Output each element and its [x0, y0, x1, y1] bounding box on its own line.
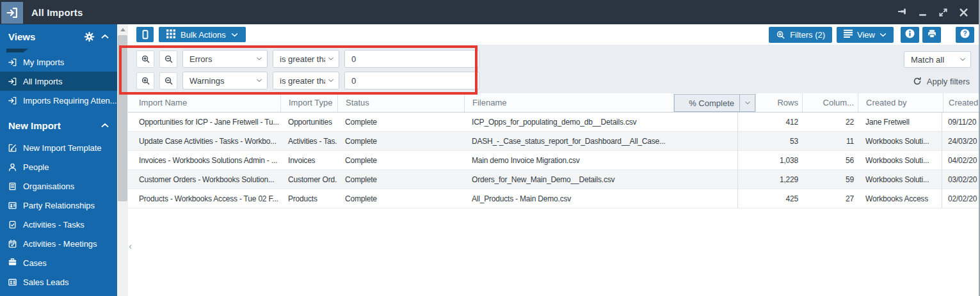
- sidebar-item-activities-meetings[interactable]: Activities - Meetings: [0, 234, 117, 253]
- cell-pct-complete: [673, 189, 755, 208]
- column-header-pct-complete[interactable]: % Complete: [673, 93, 755, 112]
- cell-import-type: Invoices: [280, 151, 337, 169]
- table-row[interactable]: Products - Workbooks Access - Tue 02 F..…: [128, 189, 980, 208]
- cell-filename: DASH_-_Case_status_report_for_Dashboard_…: [464, 132, 673, 150]
- table-row[interactable]: Invoices - Workbooks Solutions Admin - .…: [128, 151, 980, 170]
- cell-created-at: 09/11/20: [943, 113, 980, 131]
- sidebar-item-imports-requiring-attention[interactable]: Imports Requiring Atten...: [0, 91, 117, 110]
- column-header-rows[interactable]: Rows: [755, 93, 802, 112]
- close-icon[interactable]: [958, 6, 969, 18]
- cell-created-by: Jane Fretwell: [858, 113, 943, 131]
- scrollbar-thumb[interactable]: [118, 35, 127, 201]
- maximize-icon[interactable]: [937, 6, 949, 18]
- zoom-in-filter-button[interactable]: [136, 72, 154, 90]
- filter-field-select[interactable]: Warnings: [182, 72, 268, 90]
- filter-operator-value: is greater tha: [280, 76, 325, 86]
- filter-operator-select[interactable]: is greater tha: [273, 50, 339, 68]
- filter-row-errors: Errors is greater tha: [136, 50, 479, 68]
- column-menu-trigger[interactable]: [739, 95, 755, 111]
- filter-value-input[interactable]: [344, 72, 479, 90]
- sidebar-item-label: Imports Requiring Atten...: [23, 96, 117, 105]
- sidebar-item-label: New Import Template: [23, 143, 102, 153]
- chevron-down-icon: [256, 57, 262, 61]
- column-header-created-by[interactable]: Created by: [858, 93, 943, 112]
- panel-toggle-button[interactable]: [136, 27, 154, 42]
- print-button[interactable]: [922, 27, 941, 43]
- new-import-section-header[interactable]: New Import: [0, 113, 117, 138]
- briefcase-icon: [8, 257, 17, 269]
- bulk-actions-button[interactable]: Bulk Actions: [159, 27, 246, 42]
- sidebar-item-label: Party Relationships: [23, 201, 95, 210]
- sidebar-item-label: Organisations: [23, 182, 74, 191]
- scrollbar-up-arrow-icon[interactable]: [117, 24, 128, 35]
- info-button[interactable]: [901, 27, 919, 43]
- column-header-import-name[interactable]: Import Name: [128, 93, 280, 112]
- apply-filters-button[interactable]: Apply filters: [910, 73, 972, 90]
- calendar-check-icon: [8, 239, 17, 249]
- new-import-section-title: New Import: [8, 120, 101, 131]
- sidebar-item-people[interactable]: People: [0, 157, 117, 176]
- column-header-status[interactable]: Status: [337, 93, 464, 112]
- filter-value-input[interactable]: [344, 50, 479, 68]
- column-header-filename[interactable]: Filename: [464, 93, 673, 112]
- cell-created-at: 04/02/20: [943, 151, 980, 169]
- cell-status: Complete: [337, 189, 464, 208]
- table-row[interactable]: Opportunities for ICP - Jane Fretwell - …: [128, 113, 980, 132]
- filter-panel: Errors is greater tha Warnings is greate…: [128, 45, 980, 93]
- cell-created-by: Workbooks Soluti...: [858, 132, 943, 150]
- sidebar-scrollbar[interactable]: [117, 24, 128, 296]
- cell-created-at: 24/03/20: [943, 132, 980, 150]
- table-row[interactable]: Update Case Activities - Tasks - Workbo.…: [128, 132, 980, 151]
- grid-icon: [166, 29, 175, 40]
- chevron-up-icon[interactable]: [101, 123, 109, 128]
- cell-status: Complete: [337, 132, 464, 150]
- cell-status: Complete: [337, 170, 464, 189]
- filters-button[interactable]: Filters (2): [769, 27, 832, 43]
- sidebar-item-sales-leads[interactable]: Sales Leads: [0, 272, 117, 292]
- zoom-out-filter-button[interactable]: [159, 51, 177, 68]
- svg-text:?: ?: [963, 30, 967, 37]
- sidebar-item-my-imports[interactable]: My Imports: [0, 52, 117, 72]
- minimize-icon[interactable]: [917, 6, 928, 18]
- sidebar-item-new-import-template[interactable]: New Import Template: [0, 138, 117, 157]
- zoom-in-filter-button[interactable]: [136, 51, 154, 68]
- import-icon: [8, 77, 17, 86]
- sidebar-item-cases[interactable]: Cases: [0, 253, 117, 272]
- chevron-down-icon: [256, 79, 262, 82]
- cell-import-name: Customer Orders - Workbooks Solution...: [128, 170, 280, 189]
- view-button[interactable]: View: [837, 27, 894, 43]
- filter-operator-select[interactable]: is greater tha: [273, 72, 339, 90]
- gear-icon[interactable]: [84, 31, 95, 42]
- sidebar-item-party-relationships[interactable]: Party Relationships: [0, 196, 117, 215]
- zoom-out-filter-button[interactable]: [159, 72, 177, 90]
- cell-import-name: Opportunities for ICP - Jane Fretwell - …: [128, 113, 280, 131]
- column-header-created-at[interactable]: Created At: [943, 93, 980, 112]
- pin-icon[interactable]: [896, 6, 908, 18]
- window-controls: [896, 6, 980, 18]
- match-mode-select[interactable]: Match all: [904, 51, 971, 68]
- sidebar-item-organisations[interactable]: Organisations: [0, 176, 117, 196]
- cell-created-at: 02/02/20: [943, 189, 980, 208]
- grid-body-divider: [942, 113, 942, 208]
- grid-body-divider: [737, 113, 738, 208]
- person-icon: [8, 162, 17, 172]
- pct-complete-header-box: % Complete: [674, 94, 755, 112]
- cell-columns: 59: [802, 170, 858, 189]
- help-button[interactable]: ?: [956, 27, 974, 43]
- cell-created-by: Workbooks Soluti...: [858, 151, 943, 169]
- views-panel-header[interactable]: Views: [0, 24, 117, 49]
- table-row[interactable]: Customer Orders - Workbooks Solution... …: [128, 170, 980, 189]
- sidebar-item-all-imports[interactable]: All Imports: [0, 72, 117, 91]
- view-button-label: View: [857, 30, 875, 40]
- sidebar-item-activities-tasks[interactable]: Activities - Tasks: [0, 215, 117, 234]
- cell-created-by: Workbooks Access: [858, 189, 943, 208]
- help-icon: ?: [960, 28, 970, 41]
- id-card-icon: [8, 277, 17, 287]
- cell-filename: ICP_Opps_for_populating_demo_db__Details…: [464, 113, 673, 131]
- chevron-up-icon[interactable]: [101, 34, 109, 39]
- column-header-columns[interactable]: Colum...: [802, 93, 858, 112]
- cell-filename: All_Products - Main Demo.csv: [464, 189, 673, 208]
- filter-field-select[interactable]: Errors: [182, 50, 268, 68]
- collapse-sidebar-icon[interactable]: [127, 238, 134, 254]
- column-header-import-type[interactable]: Import Type: [280, 93, 337, 112]
